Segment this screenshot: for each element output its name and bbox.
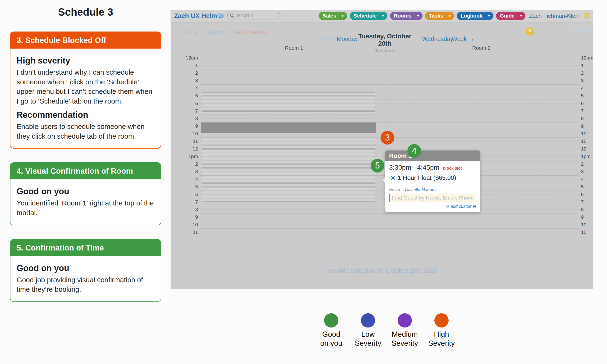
hour-label-left: 6 [180,192,198,197]
half-hour-gridline [200,65,579,66]
help-icon[interactable]: ? [526,27,534,36]
section-heading: Good on you [17,186,155,196]
open-slot-pill[interactable] [201,191,376,194]
next-week-link[interactable]: Week → [452,36,474,42]
app-logo[interactable]: Zach UX Helm 2 [174,10,222,22]
legend-color-dot [361,313,375,327]
current-user-link[interactable]: Zach Fichman-Klein [529,13,580,19]
open-slot-pill[interactable] [201,100,376,103]
nav-button-rooms[interactable]: Rooms▼ [390,12,422,20]
annotation-card-title: 4. Visual Confirmation of Room [11,163,161,179]
half-hour-gridline [200,225,579,225]
recent-label: Recent: [389,187,404,192]
nav-button-schedule[interactable]: Schedule▼ [350,12,388,20]
search-icon [230,13,235,18]
hour-label-left: 5 [180,93,198,99]
open-slot-pill[interactable] [201,145,376,149]
add-customer-link[interactable]: add customer [450,204,476,209]
hour-label-left: 8 [180,207,198,212]
hour-label-right: 10 [581,131,586,136]
prev-day-link[interactable]: ← Monday [329,36,358,42]
chevron-down-icon[interactable]: ▼ [517,12,526,20]
open-slot-pill[interactable] [201,142,376,145]
override-schedule-link[interactable]: override schedule for October 20th 2020 [171,267,593,274]
open-slot-pill[interactable] [201,149,376,152]
service-radio[interactable] [391,176,395,180]
open-slot-pill[interactable] [201,96,376,99]
tab-cancellations[interactable]: Cancellations [233,28,267,35]
block-slot-link[interactable]: block slot [443,166,462,171]
open-slot-pill[interactable] [201,168,376,171]
open-slot-pill[interactable] [201,165,376,168]
open-slot-pill[interactable] [201,172,376,175]
recent-guest-link[interactable]: Gisselle Maquoit [405,187,436,192]
topbar-nav: Zach Fichman-Klein ⚙ Sales▼Schedule▼Room… [319,12,591,20]
chevron-down-icon[interactable]: ▼ [414,12,422,20]
hour-label-right: 3 [581,169,584,174]
nav-button-logbook[interactable]: Logbook▼ [457,12,493,20]
hour-label-right: 7 [581,108,584,114]
annotation-card: 4. Visual Confirmation of RoomGood on yo… [10,162,161,225]
half-hour-gridline [200,80,579,81]
open-slot-pill[interactable] [201,111,376,115]
hour-label-right: 10 [581,222,586,228]
open-slot-pill[interactable] [201,157,376,160]
chevron-down-icon[interactable]: ▼ [446,12,454,20]
severity-legend: Goodon youLowSeverityMediumSeverityHighS… [314,313,459,348]
scheduling-app-window: Zach UX Helm 2 Zach Fichman-Klein ⚙ Sale… [171,10,593,289]
open-slot-pill[interactable] [201,161,376,164]
open-slot-pill[interactable] [201,108,376,111]
annotation-card-section: RecommendationEnable users to schedule s… [17,110,155,141]
chevron-down-icon[interactable]: ▼ [485,12,493,20]
open-slot-pill[interactable] [201,138,376,141]
hour-label-left: 9 [180,214,198,220]
hour-label-left: 11 [180,229,198,235]
modal-body: 3:30pm - 4:45pm block slot 1 Hour Float … [385,161,480,212]
hour-label-left: 1pm [180,154,198,159]
annotation-card-body: High severityI don’t understand why I ca… [11,49,161,148]
chevron-down-icon[interactable]: ▼ [379,12,387,20]
tab-today[interactable]: Today [183,28,198,35]
nav-button-guide[interactable]: Guide▼ [496,12,526,20]
hour-label-left: 3 [180,169,198,174]
half-hour-gridline [200,88,579,88]
half-hour-gridline [200,217,579,217]
blocked-off-region[interactable] [201,122,376,133]
nav-button-label: Rooms [390,13,414,19]
open-slot-pill[interactable] [201,183,376,186]
modal-title: Room 1 [385,151,480,161]
open-slot-pill[interactable] [201,153,376,156]
open-slot-pill[interactable] [201,176,376,179]
open-slot-pill[interactable] [201,104,376,107]
hour-label-right: 9 [581,123,584,129]
open-slot-pill[interactable] [201,199,376,202]
hour-gridline [200,77,579,77]
hour-label-right: 4 [581,176,584,182]
nav-button-sales[interactable]: Sales▼ [319,12,347,20]
nav-button-label: Sales [319,13,339,19]
chat-icon[interactable] [217,13,224,20]
tab-online[interactable]: Online [208,28,224,35]
refresh-link[interactable]: Refresh [569,28,589,35]
open-slot-pill[interactable] [201,180,376,183]
hour-gridline [200,84,579,85]
find-guest-input[interactable] [389,194,476,202]
chevron-down-icon[interactable]: ▼ [339,12,347,20]
search-input[interactable] [237,12,275,19]
legend-label-line2: Severity [387,339,422,348]
open-slot-pill[interactable] [201,92,376,95]
nav-button-tasks[interactable]: Tasks▼ [425,12,454,20]
waitlist-link[interactable]: Waitlist [542,28,561,35]
open-slot-pill[interactable] [201,187,376,190]
annotation-badge-5: 5 [370,159,384,172]
hour-gridline [200,228,579,229]
hour-label-right: 6 [581,101,584,106]
half-hour-gridline [200,149,579,149]
open-slot-pill[interactable] [201,195,376,198]
section-heading: Good on you [17,263,155,273]
hour-gridline [200,236,579,236]
gear-icon[interactable]: ⚙ [583,12,591,20]
hour-label-left: 8 [180,116,198,121]
page-title: Schedule 3 [48,6,123,18]
hour-label-right: 1pm [581,154,591,159]
